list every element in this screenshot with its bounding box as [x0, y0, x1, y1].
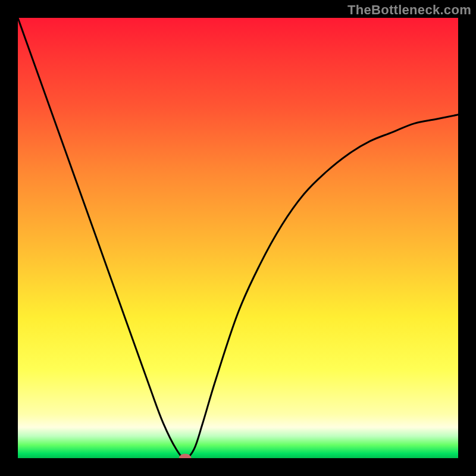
- curve-svg: [18, 18, 458, 458]
- vertex-marker: [179, 454, 191, 458]
- watermark-text: TheBottleneck.com: [347, 2, 471, 18]
- plot-area: [18, 18, 458, 458]
- bottleneck-curve: [18, 18, 458, 458]
- chart-frame: TheBottleneck.com: [0, 0, 476, 476]
